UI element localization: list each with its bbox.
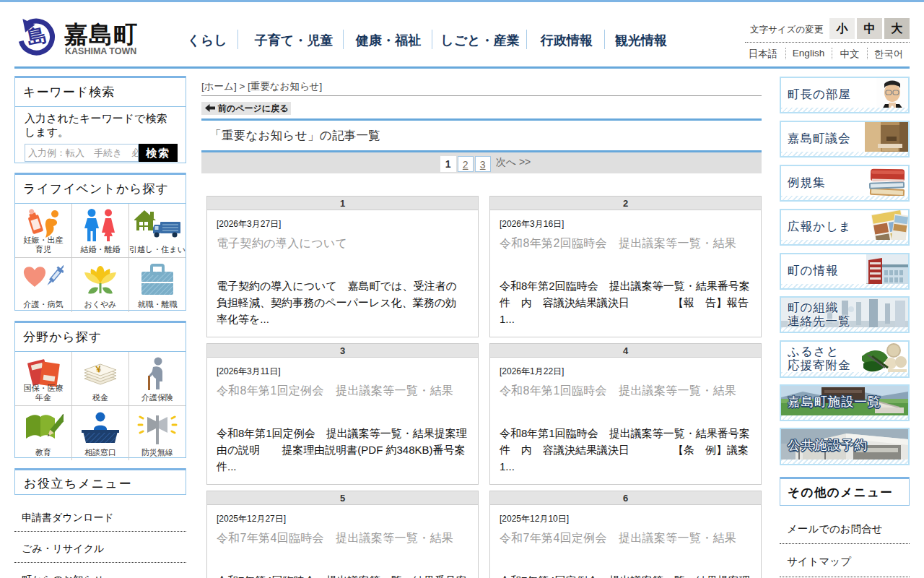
- svg-text:島: 島: [25, 24, 49, 49]
